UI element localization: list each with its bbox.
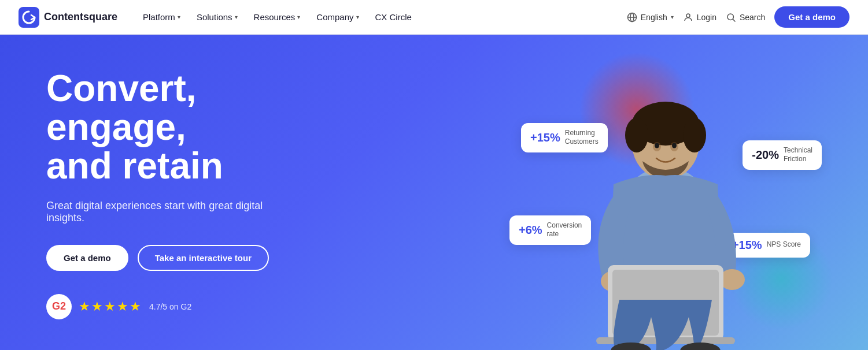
person-figure: +15% Returning Customers -20% Technical …	[556, 65, 775, 350]
hero-rating: G2 ★★★★★ 4.7/5 on G2	[46, 294, 289, 319]
login-button[interactable]: Login	[683, 12, 716, 23]
svg-point-14	[655, 143, 659, 148]
hero-demo-button[interactable]: Get a demo	[46, 245, 128, 271]
brand-name: Contentsquare	[44, 11, 117, 23]
chevron-down-icon: ▾	[297, 14, 300, 20]
chevron-down-icon: ▾	[235, 14, 238, 20]
svg-point-5	[727, 14, 734, 20]
login-label: Login	[697, 13, 716, 22]
svg-point-10	[625, 118, 648, 152]
person-illustration	[562, 69, 770, 350]
svg-point-4	[686, 14, 690, 17]
chevron-down-icon: ▾	[178, 14, 180, 20]
star-rating: ★★★★★	[79, 299, 142, 314]
svg-point-11	[683, 118, 706, 152]
stat-value-returning: +15%	[530, 131, 560, 144]
nav-get-demo-button[interactable]: Get a demo	[774, 6, 849, 28]
hero-content: Convert, engage, and retain Great digita…	[0, 35, 324, 350]
nav-company[interactable]: Company ▾	[309, 8, 365, 27]
nav-right: English ▾ Login Search Get a demo	[627, 6, 849, 28]
chevron-down-icon: ▾	[356, 14, 359, 20]
user-icon	[683, 12, 693, 23]
svg-line-6	[733, 19, 735, 21]
nav-solutions[interactable]: Solutions ▾	[190, 8, 245, 27]
nav-cx-circle[interactable]: CX Circle	[368, 8, 419, 27]
g2-badge: G2	[46, 294, 72, 319]
search-label: Search	[740, 13, 765, 22]
hero-tour-button[interactable]: Take an interactive tour	[138, 245, 269, 271]
nav-resources[interactable]: Resources ▾	[247, 8, 308, 27]
person-container: +15% Returning Customers -20% Technical …	[544, 54, 787, 350]
globe-icon	[627, 12, 637, 23]
chevron-down-icon: ▾	[671, 14, 674, 20]
language-selector[interactable]: English ▾	[627, 12, 674, 23]
stat-label-friction: Technical Friction	[784, 146, 812, 164]
search-button[interactable]: Search	[726, 12, 765, 23]
search-icon	[726, 12, 736, 23]
person-svg	[562, 69, 770, 350]
hero-title: Convert, engage, and retain	[46, 69, 289, 186]
logo-link[interactable]: Contentsquare	[19, 7, 117, 28]
svg-point-15	[672, 143, 677, 148]
hero-buttons: Get a demo Take an interactive tour	[46, 245, 289, 271]
hero-visual: +15% Returning Customers -20% Technical …	[463, 35, 868, 350]
stat-label-nps: NPS Score	[767, 240, 801, 250]
rating-text: 4.7/5 on G2	[149, 302, 191, 311]
navbar: Contentsquare Platform ▾ Solutions ▾ Res…	[0, 0, 868, 35]
logo-icon	[19, 7, 39, 28]
nav-links: Platform ▾ Solutions ▾ Resources ▾ Compa…	[136, 8, 627, 27]
hero-subtitle: Great digital experiences start with gre…	[46, 200, 289, 224]
nav-platform[interactable]: Platform ▾	[136, 8, 187, 27]
language-label: English	[641, 13, 667, 22]
stat-value-conversion: +6%	[519, 224, 542, 237]
svg-rect-0	[19, 7, 39, 28]
hero-section: Convert, engage, and retain Great digita…	[0, 35, 868, 350]
